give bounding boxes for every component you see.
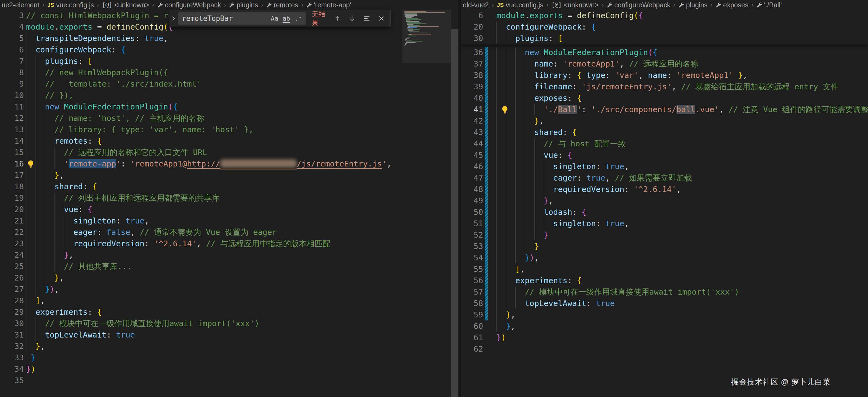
- code-line[interactable]: 30plugins: [: [461, 33, 868, 44]
- line-number[interactable]: 26: [0, 272, 24, 283]
- scrollbar-thumb[interactable]: [451, 29, 458, 397]
- code-text[interactable]: filename: 'js/remoteEntry.js', // 暴露给宿主应…: [534, 81, 839, 92]
- line-number[interactable]: 5: [0, 33, 24, 44]
- line-number[interactable]: 24: [0, 249, 24, 261]
- code-line[interactable]: 31topLevelAwait: true: [0, 329, 402, 341]
- sticky-scroll[interactable]: 6module.exports = defineConfig({20config…: [461, 10, 868, 45]
- line-number[interactable]: 3: [0, 10, 24, 21]
- breadcrumb-item[interactable]: JSvue.config.js: [48, 1, 94, 9]
- code-line[interactable]: 18shared: {: [0, 181, 402, 192]
- code-line[interactable]: 52}: [461, 229, 868, 240]
- code-line[interactable]: 20configureWebpack: {: [461, 21, 868, 33]
- code-text[interactable]: }: [544, 229, 549, 240]
- code-text[interactable]: experiments: {: [516, 275, 582, 286]
- code-text[interactable]: }: [534, 240, 539, 252]
- code-line[interactable]: 58topLevelAwait: true: [461, 297, 868, 309]
- breadcrumb-item[interactable]: [@]<unknown>: [102, 1, 149, 9]
- code-line[interactable]: 9// template: './src/index.html': [0, 78, 402, 90]
- code-line[interactable]: 36new ModuleFederationPlugin({: [461, 47, 868, 58]
- line-number[interactable]: 57: [461, 286, 483, 297]
- minimap[interactable]: [402, 10, 451, 397]
- line-number[interactable]: 41: [461, 104, 483, 115]
- line-number[interactable]: 48: [461, 183, 483, 195]
- code-text[interactable]: // 其他共享库...: [64, 261, 132, 272]
- code-line[interactable]: 47eager: true, // 如果需要立即加载: [461, 172, 868, 183]
- breadcrumb-item[interactable]: [@]<unknown>: [552, 1, 599, 9]
- code-text[interactable]: module.exports = defineConfig({: [26, 21, 173, 33]
- code-text[interactable]: }: [31, 352, 35, 363]
- code-line[interactable]: 54}),: [461, 252, 868, 263]
- code-line[interactable]: 28],: [0, 295, 402, 306]
- line-number[interactable]: 52: [461, 229, 483, 240]
- line-number[interactable]: 13: [0, 124, 24, 135]
- breadcrumb-item[interactable]: JSvue.config.js: [497, 1, 544, 9]
- code-text[interactable]: library: { type: 'var', name: 'remoteApp…: [534, 69, 748, 81]
- breadcrumb-item[interactable]: configureWebpack: [607, 1, 671, 9]
- code-line[interactable]: 11new ModuleFederationPlugin({: [0, 101, 402, 112]
- line-number[interactable]: 22: [0, 226, 24, 238]
- line-number[interactable]: 50: [461, 206, 483, 218]
- line-number[interactable]: 51: [461, 218, 483, 229]
- code-area-left[interactable]: 3// const HtmlWebpackPlugin = re4module.…: [0, 10, 402, 397]
- line-number[interactable]: 38: [461, 69, 483, 81]
- code-text[interactable]: singleton: true,: [553, 161, 629, 172]
- line-number[interactable]: 27: [0, 283, 24, 295]
- line-number[interactable]: 10: [0, 90, 24, 101]
- code-line[interactable]: 46singleton: true,: [461, 161, 868, 172]
- line-number[interactable]: 7: [0, 55, 24, 67]
- code-text[interactable]: configureWebpack: {: [506, 21, 596, 33]
- code-line[interactable]: 17},: [0, 169, 402, 181]
- code-text[interactable]: topLevelAwait: true: [525, 297, 615, 309]
- breadcrumb-item[interactable]: './Ball': [756, 1, 782, 9]
- code-line[interactable]: 14remotes: {: [0, 135, 402, 147]
- code-line[interactable]: 43shared: {: [461, 126, 868, 138]
- code-line[interactable]: 60},: [461, 320, 868, 332]
- regex-icon[interactable]: .*: [293, 14, 304, 23]
- line-number[interactable]: 53: [461, 240, 483, 252]
- breadcrumb-item[interactable]: exposes: [716, 1, 748, 9]
- code-line[interactable]: 53}: [461, 240, 868, 252]
- breadcrumb-item[interactable]: ue2-element: [2, 1, 39, 9]
- code-line[interactable]: 25// 其他共享库...: [0, 261, 402, 272]
- code-line[interactable]: 13// library: { type: 'var', name: 'host…: [0, 124, 402, 135]
- code-text[interactable]: }): [496, 332, 506, 343]
- whole-word-icon[interactable]: ab: [281, 14, 292, 23]
- code-text[interactable]: // 列出主机应用和远程应用都需要的共享库: [64, 192, 220, 204]
- line-number[interactable]: 20: [0, 204, 24, 215]
- code-text[interactable]: plugins: [: [516, 33, 563, 44]
- line-number[interactable]: 40: [461, 92, 483, 104]
- code-line[interactable]: 7plugins: [: [0, 55, 402, 67]
- code-text[interactable]: // 模块中可在一级作用域直接使用await import('xxx'): [525, 286, 739, 297]
- code-line[interactable]: 5transpileDependencies: true,: [0, 33, 402, 44]
- line-number[interactable]: 36: [461, 47, 483, 58]
- code-text[interactable]: },: [506, 320, 516, 332]
- code-text[interactable]: }),: [525, 252, 539, 263]
- code-text[interactable]: },: [506, 309, 516, 320]
- line-number[interactable]: 45: [461, 149, 483, 161]
- code-line[interactable]: 29experiments: {: [0, 306, 402, 318]
- code-text[interactable]: shared: {: [534, 126, 577, 138]
- line-number[interactable]: 54: [461, 252, 483, 263]
- breadcrumb-item[interactable]: 'remote-app': [306, 1, 351, 9]
- breadcrumb-item[interactable]: old-vue2: [463, 1, 489, 9]
- code-text[interactable]: // const HtmlWebpackPlugin = re: [26, 10, 173, 21]
- line-number[interactable]: 9: [0, 78, 24, 90]
- close-icon[interactable]: [376, 13, 387, 24]
- scrollbar-track[interactable]: [451, 10, 458, 397]
- line-number[interactable]: 6: [461, 10, 483, 21]
- line-number[interactable]: 20: [461, 21, 483, 33]
- line-number[interactable]: 59: [461, 309, 483, 320]
- code-text[interactable]: },: [35, 341, 45, 352]
- code-line[interactable]: 19// 列出主机应用和远程应用都需要的共享库: [0, 192, 402, 204]
- code-text[interactable]: // 模块中可在一级作用域直接使用await import('xxx'): [45, 318, 259, 329]
- code-line[interactable]: 24},: [0, 249, 402, 261]
- code-text[interactable]: experiments: {: [35, 306, 102, 318]
- line-number[interactable]: 15: [0, 147, 24, 158]
- code-text[interactable]: singleton: true,: [553, 218, 629, 229]
- code-line[interactable]: 23requiredVersion: '^2.6.14', // 与远程应用中指…: [0, 238, 402, 249]
- code-text[interactable]: remotes: {: [55, 135, 102, 147]
- code-text[interactable]: }): [26, 363, 35, 375]
- code-line[interactable]: 20vue: {: [0, 204, 402, 215]
- code-line[interactable]: 49},: [461, 195, 868, 206]
- breadcrumb-item[interactable]: remotes: [266, 1, 298, 9]
